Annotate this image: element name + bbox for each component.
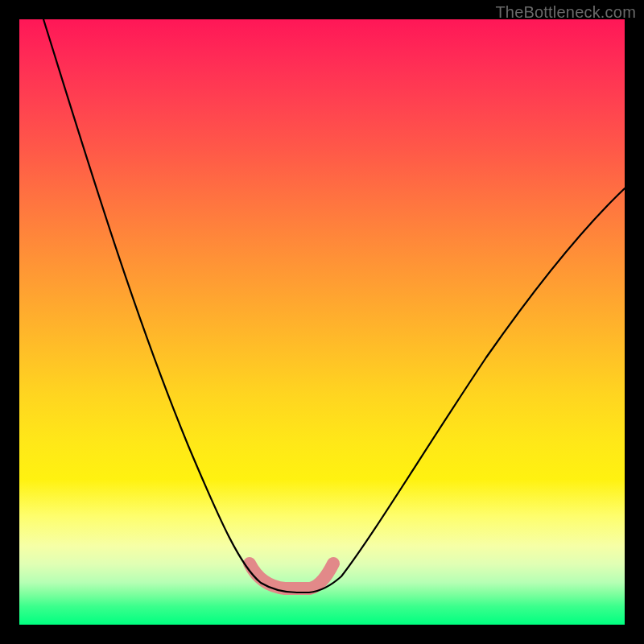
plot-background-gradient — [19, 19, 625, 625]
watermark-text: TheBottleneck.com — [495, 3, 636, 22]
chart-frame: TheBottleneck.com — [0, 0, 644, 644]
